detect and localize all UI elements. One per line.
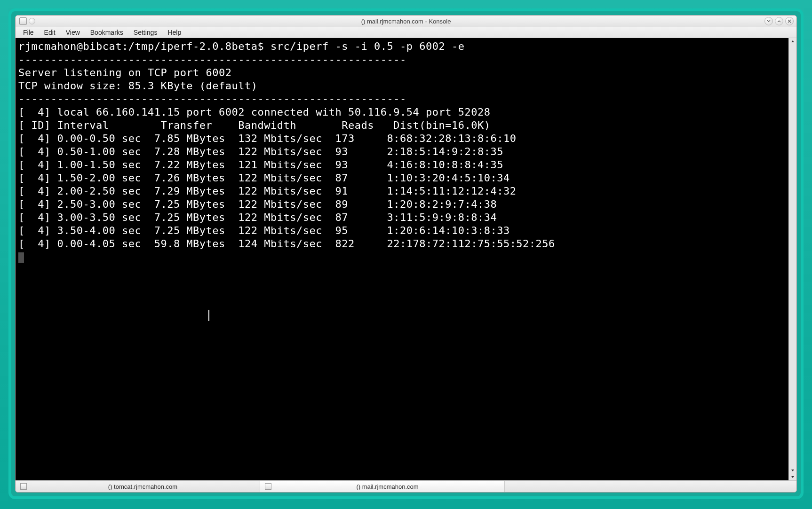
- window-extra-icon: [29, 18, 35, 24]
- terminal-viewport[interactable]: rjmcmahon@bibcat:/tmp/iperf-2.0.8beta$ s…: [16, 38, 796, 480]
- scroll-up-icon[interactable]: [789, 38, 796, 45]
- terminal-cursor: [18, 252, 24, 263]
- terminal-icon: [265, 483, 271, 490]
- tab-bar: () tomcat.rjmcmahon.com() mail.rjmcmahon…: [16, 480, 796, 492]
- vertical-scrollbar[interactable]: [788, 38, 796, 480]
- session-tab-0[interactable]: () tomcat.rjmcmahon.com: [16, 481, 260, 492]
- scroll-down-icon-2[interactable]: [789, 474, 796, 480]
- close-button[interactable]: [785, 17, 794, 25]
- window-app-icon: [19, 17, 27, 25]
- menu-item-edit[interactable]: Edit: [40, 28, 60, 37]
- maximize-button[interactable]: [775, 17, 783, 25]
- title-bar: () mail.rjmcmahon.com - Konsole: [16, 16, 796, 27]
- konsole-window: () mail.rjmcmahon.com - Konsole FileEdit…: [15, 15, 797, 493]
- menu-item-bookmarks[interactable]: Bookmarks: [86, 28, 128, 37]
- terminal-output[interactable]: rjmcmahon@bibcat:/tmp/iperf-2.0.8beta$ s…: [16, 38, 788, 480]
- minimize-button[interactable]: [764, 17, 773, 25]
- menu-bar: FileEditViewBookmarksSettingsHelp: [16, 27, 796, 38]
- session-tab-1[interactable]: () mail.rjmcmahon.com: [260, 481, 505, 492]
- tab-label: () tomcat.rjmcmahon.com: [31, 483, 255, 490]
- menu-item-help[interactable]: Help: [163, 28, 186, 37]
- menu-item-view[interactable]: View: [61, 28, 85, 37]
- scroll-down-icon[interactable]: [789, 467, 796, 474]
- menu-item-file[interactable]: File: [18, 28, 39, 37]
- scrollbar-track[interactable]: [789, 45, 796, 467]
- window-title: () mail.rjmcmahon.com - Konsole: [16, 18, 796, 25]
- menu-item-settings[interactable]: Settings: [129, 28, 162, 37]
- terminal-icon: [20, 483, 27, 490]
- tab-label: () mail.rjmcmahon.com: [275, 483, 500, 490]
